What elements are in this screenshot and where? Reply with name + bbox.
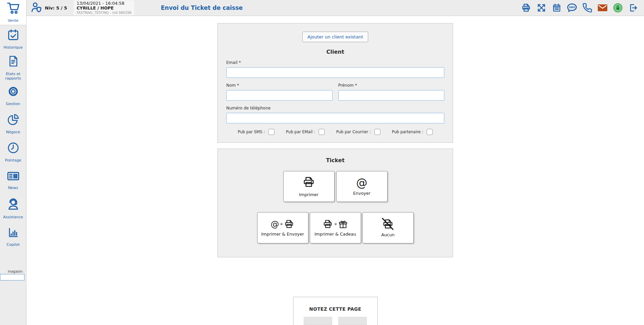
pub-sms-group: Pub par SMS : [238, 129, 274, 135]
note-page-box: NOTEZ CETTE PAGE [293, 297, 378, 325]
sidebar-item-etats-rapports[interactable]: Etats et rapports [0, 53, 26, 82]
prenom-label: Prénom * [338, 83, 445, 88]
add-existing-client-button[interactable]: Ajouter un client existant [302, 32, 368, 42]
imprimer-label: Imprimer [299, 192, 318, 197]
ticket-panel-heading: Ticket [218, 157, 453, 164]
sidebar: Vente Historique Etats et rapports Gesti… [0, 0, 26, 325]
sidebar-item-negoce[interactable]: Négoce [0, 110, 26, 138]
pub-courrier-label: Pub par Courrier : [336, 130, 371, 134]
email-label: Email * [226, 60, 444, 65]
prenom-field[interactable] [338, 90, 445, 101]
pub-courrier-checkbox[interactable] [374, 129, 380, 135]
magasin-input[interactable] [0, 274, 24, 280]
pub-sms-label: Pub par SMS : [238, 130, 265, 134]
email-field[interactable] [226, 67, 444, 78]
sidebar-item-historique[interactable]: Historique [0, 25, 26, 53]
calendar-check-icon [7, 29, 20, 43]
secure-lock-icon[interactable] [612, 2, 623, 13]
phone-label: Numéro de téléphone [226, 106, 444, 110]
pub-partenaire-label: Pub partenaire : [392, 130, 423, 134]
magasin-label: magasin: [0, 270, 26, 273]
envoyer-button[interactable]: @ Envoyer [336, 171, 388, 202]
sidebar-item-label: Copilot [6, 242, 20, 247]
news-icon [6, 170, 20, 183]
imprimer-envoyer-button[interactable]: @⊛ Imprimer & Envoyer [257, 212, 308, 243]
pub-partenaire-checkbox[interactable] [427, 129, 433, 135]
logout-icon[interactable] [628, 2, 639, 13]
pub-sms-checkbox[interactable] [268, 129, 274, 135]
sidebar-item-label: Gestion [5, 102, 21, 106]
sidebar-item-label: News [7, 186, 19, 190]
sidebar-item-news[interactable]: News [0, 166, 26, 194]
user-shield-icon [31, 1, 43, 14]
pub-email-checkbox[interactable] [319, 129, 325, 135]
nom-label: Nom * [226, 83, 333, 88]
phone-field[interactable] [226, 113, 444, 123]
svg-text:SMS: SMS [569, 6, 575, 9]
sidebar-item-vente[interactable]: Vente [0, 0, 26, 25]
printer-gift-icon: ⊛ [322, 219, 348, 229]
cart-icon [6, 2, 20, 16]
envoyer-label: Envoyer [353, 191, 370, 196]
headset-icon [6, 198, 20, 212]
at-printer-icon: @⊛ [271, 219, 295, 229]
at-icon: @ [356, 177, 368, 188]
client-panel-heading: Client [226, 49, 444, 55]
nom-field[interactable] [226, 90, 333, 101]
datetime-label: 13/04/2021 - 16:04:58 [76, 1, 131, 6]
imprimer-button[interactable]: Imprimer [283, 171, 335, 202]
sidebar-item-pointage[interactable]: Pointage [0, 138, 26, 166]
printer-icon [302, 176, 316, 190]
clock-icon [7, 141, 20, 156]
sidebar-item-label: Vente [7, 18, 19, 23]
sidebar-item-gestion[interactable]: Gestion [0, 82, 26, 110]
ticket-secondary-row: @⊛ Imprimer & Envoyer ⊛ Imprimer & Cadea… [218, 212, 453, 243]
pub-partenaire-group: Pub partenaire : [392, 129, 433, 135]
sidebar-item-copilot[interactable]: Copilot [0, 223, 26, 251]
client-panel: Ajouter un client existant Client Email … [217, 23, 453, 143]
sidebar-item-label: Négoce [5, 130, 21, 134]
printer-off-icon [382, 219, 394, 230]
aucun-label: Aucun [381, 232, 394, 237]
gear-icon [7, 85, 20, 99]
main-content: Ajouter un client existant Client Email … [26, 16, 644, 325]
imprimer-envoyer-label: Imprimer & Envoyer [261, 232, 304, 237]
session-label: FASTMAG_TESTING - hid 980396 [76, 11, 131, 15]
page-title: Envoi du Ticket de caisse [161, 4, 243, 11]
sidebar-item-assistance[interactable]: Assistance [0, 194, 26, 223]
note-rating-button-2[interactable] [338, 317, 367, 325]
magasin-section: magasin: [0, 270, 26, 280]
note-rating-buttons [293, 317, 377, 325]
calendar-icon[interactable] [551, 2, 562, 13]
aucun-button[interactable]: Aucun [362, 212, 414, 243]
header-actions: SMS [521, 2, 639, 13]
user-label: CYRILLE / HOPE [76, 6, 131, 11]
pub-email-label: Pub par EMail : [286, 130, 315, 134]
sidebar-item-label: Assistance [2, 215, 24, 219]
ticket-primary-row: Imprimer @ Envoyer [218, 171, 453, 202]
report-icon [7, 54, 19, 69]
ticket-panel: Ticket Imprimer @ Envoyer [217, 149, 453, 257]
pub-courrier-group: Pub par Courrier : [336, 129, 380, 135]
imprimer-cadeau-button[interactable]: ⊛ Imprimer & Cadeau [310, 212, 361, 243]
note-page-heading: NOTEZ CETTE PAGE [293, 306, 377, 312]
header-bar: Niv: 5 / 5 13/04/2021 - 16:04:58 CYRILLE… [26, 0, 644, 16]
session-info: 13/04/2021 - 16:04:58 CYRILLE / HOPE FAS… [74, 0, 134, 15]
mail-icon[interactable] [597, 2, 608, 13]
sidebar-item-label: Pointage [4, 158, 22, 162]
app-window: Vente Historique Etats et rapports Gesti… [0, 0, 644, 325]
publicity-options-row: Pub par SMS : Pub par EMail : Pub par Co… [226, 129, 444, 135]
pie-chart-icon [7, 113, 20, 127]
phone-icon[interactable] [582, 2, 593, 13]
sidebar-item-label: Historique [3, 45, 23, 50]
bar-chart-icon [7, 226, 20, 240]
expand-icon[interactable] [536, 2, 547, 13]
note-rating-button-1[interactable] [304, 317, 332, 325]
sidebar-item-label: Etats et rapports [0, 72, 26, 81]
niv-level-label: Niv: 5 / 5 [45, 5, 67, 11]
imprimer-cadeau-label: Imprimer & Cadeau [315, 232, 356, 237]
sms-icon[interactable]: SMS [567, 2, 577, 13]
printer-icon[interactable] [521, 2, 532, 13]
pub-email-group: Pub par EMail : [286, 129, 325, 135]
